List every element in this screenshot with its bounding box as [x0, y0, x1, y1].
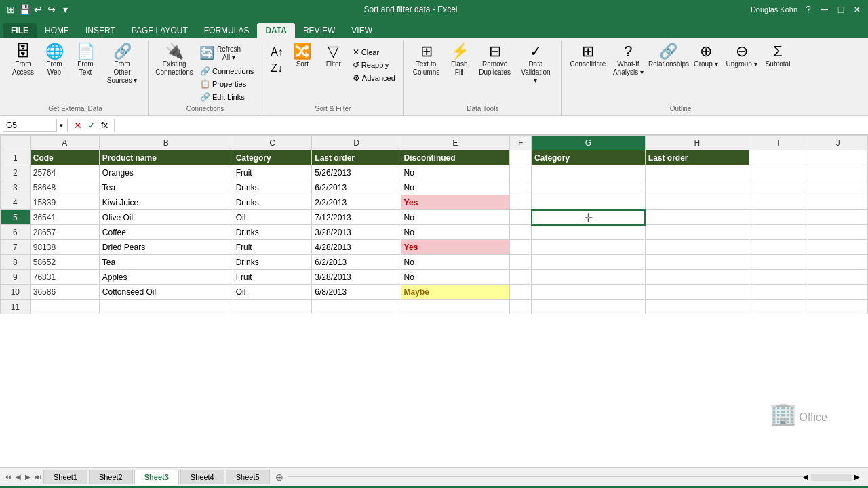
cell-g8[interactable] [532, 255, 646, 270]
existing-connections-button[interactable]: 🔌 ExistingConnections [154, 42, 195, 79]
cell-i5[interactable] [749, 210, 808, 225]
cell-j2[interactable] [808, 165, 868, 180]
cell-g5[interactable]: ✛ [532, 210, 646, 225]
cell-b6[interactable]: Coffee [99, 225, 233, 240]
flash-fill-button[interactable]: ⚡ FlashFill [444, 42, 474, 79]
col-header-a[interactable]: A [30, 136, 99, 150]
name-box-dropdown[interactable]: ▾ [60, 122, 63, 129]
remove-duplicates-button[interactable]: ⊟ RemoveDuplicates [475, 42, 514, 79]
tab-formulas[interactable]: FORMULAS [196, 23, 258, 38]
row-header-9[interactable]: 9 [1, 270, 31, 285]
sheet-tab-sheet1[interactable]: Sheet1 [43, 470, 87, 484]
sort-button[interactable]: 🔀 Sort [288, 42, 317, 70]
col-header-g[interactable]: G [532, 136, 646, 150]
cell-i2[interactable] [749, 165, 808, 180]
cell-j6[interactable] [808, 225, 868, 240]
sheet-nav-first[interactable]: ⏮ [3, 473, 14, 481]
cell-j9[interactable] [808, 270, 868, 285]
cell-i9[interactable] [749, 270, 808, 285]
row-header-4[interactable]: 4 [1, 195, 31, 210]
name-box[interactable] [3, 119, 57, 132]
tab-review[interactable]: REVIEW [295, 23, 343, 38]
cell-a5[interactable]: 36541 [30, 210, 99, 225]
cell-a11[interactable] [30, 300, 99, 314]
cell-g11[interactable] [532, 300, 646, 314]
row-header-10[interactable]: 10 [1, 285, 31, 300]
cell-i3[interactable] [749, 180, 808, 195]
cell-d3[interactable]: 6/2/2013 [312, 180, 401, 195]
cell-d6[interactable]: 3/28/2013 [312, 225, 401, 240]
cell-a9[interactable]: 76831 [30, 270, 99, 285]
cell-d8[interactable]: 6/2/2013 [312, 255, 401, 270]
tab-view[interactable]: VIEW [343, 23, 380, 38]
sheet-tab-sheet5[interactable]: Sheet5 [226, 470, 270, 484]
cell-a10[interactable]: 36586 [30, 285, 99, 300]
cell-f6[interactable] [510, 225, 532, 240]
cancel-formula-icon[interactable]: ✕ [72, 120, 84, 131]
cell-f9[interactable] [510, 270, 532, 285]
cell-e11[interactable] [401, 300, 509, 314]
group-button[interactable]: ⊕ Group ▾ [690, 42, 722, 70]
row-header-7[interactable]: 7 [1, 240, 31, 255]
restore-icon[interactable]: □ [835, 4, 846, 15]
cell-a7[interactable]: 98138 [30, 240, 99, 255]
ungroup-button[interactable]: ⊖ Ungroup ▾ [723, 42, 761, 70]
text-to-columns-button[interactable]: ⊞ Text toColumns [410, 42, 443, 79]
cell-b11[interactable] [99, 300, 233, 314]
cell-h4[interactable] [645, 195, 749, 210]
tab-file[interactable]: FILE [3, 23, 37, 38]
cell-g3[interactable] [532, 180, 646, 195]
sheet-nav-next[interactable]: ▶ [23, 473, 33, 481]
scroll-right-icon[interactable]: ▶ [854, 473, 860, 481]
consolidate-button[interactable]: ⊞ Consolidate [568, 42, 608, 70]
cell-h1[interactable]: Last order [645, 150, 749, 165]
scrollbar-track[interactable] [811, 474, 852, 481]
tab-insert[interactable]: INSERT [77, 23, 123, 38]
cell-j8[interactable] [808, 255, 868, 270]
minimize-icon[interactable]: ─ [819, 4, 830, 15]
cell-a2[interactable]: 25764 [30, 165, 99, 180]
cell-g7[interactable] [532, 240, 646, 255]
cell-f11[interactable] [510, 300, 532, 314]
cell-f8[interactable] [510, 255, 532, 270]
cell-f4[interactable] [510, 195, 532, 210]
cell-h3[interactable] [645, 180, 749, 195]
cell-f2[interactable] [510, 165, 532, 180]
cell-i6[interactable] [749, 225, 808, 240]
cell-i11[interactable] [749, 300, 808, 314]
cell-h9[interactable] [645, 270, 749, 285]
formula-input[interactable] [119, 119, 865, 132]
cell-e3[interactable]: No [401, 180, 509, 195]
cell-e6[interactable]: No [401, 225, 509, 240]
cell-i4[interactable] [749, 195, 808, 210]
cell-e5[interactable]: No [401, 210, 509, 225]
col-header-d[interactable]: D [312, 136, 401, 150]
sheet-nav-prev[interactable]: ◀ [14, 473, 23, 481]
cell-a1[interactable]: Code [30, 150, 99, 165]
cell-h11[interactable] [645, 300, 749, 314]
cell-c8[interactable]: Drinks [233, 255, 312, 270]
col-header-j[interactable]: J [808, 136, 868, 150]
row-header-5[interactable]: 5 [1, 210, 31, 225]
row-header-2[interactable]: 2 [1, 165, 31, 180]
cell-c5[interactable]: Oil [233, 210, 312, 225]
cell-f10[interactable] [510, 285, 532, 300]
help-icon[interactable]: ? [803, 4, 814, 15]
cell-g9[interactable] [532, 270, 646, 285]
cell-h7[interactable] [645, 240, 749, 255]
cell-d11[interactable] [312, 300, 401, 314]
refresh-all-button[interactable]: 🔄 RefreshAll ▾ [196, 43, 237, 64]
cell-g6[interactable] [532, 225, 646, 240]
cell-i8[interactable] [749, 255, 808, 270]
cell-j4[interactable] [808, 195, 868, 210]
cell-c3[interactable]: Drinks [233, 180, 312, 195]
sheet-tab-sheet3[interactable]: Sheet3 [134, 470, 179, 485]
cell-d10[interactable]: 6/8/2013 [312, 285, 401, 300]
cell-h5[interactable] [645, 210, 749, 225]
connections-small-button[interactable]: 🔗 Connections [197, 65, 256, 77]
tab-page-layout[interactable]: PAGE LAYOUT [123, 23, 196, 38]
col-header-c[interactable]: C [233, 136, 312, 150]
confirm-formula-icon[interactable]: ✓ [85, 120, 98, 131]
cell-b3[interactable]: Tea [99, 180, 233, 195]
redo-icon[interactable]: ↪ [46, 4, 57, 15]
